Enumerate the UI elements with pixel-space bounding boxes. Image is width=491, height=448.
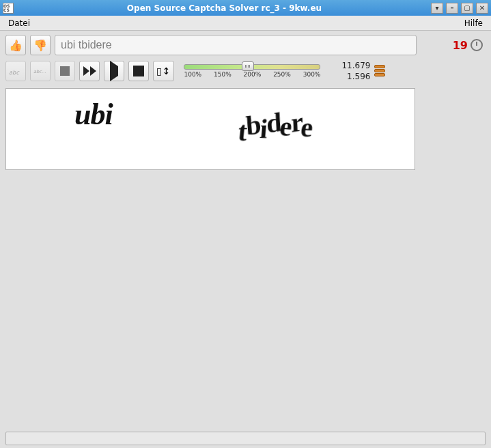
close-button[interactable]: ✕ bbox=[476, 3, 488, 14]
thumbs-up-button[interactable] bbox=[5, 35, 26, 55]
stop-icon bbox=[60, 66, 70, 76]
points-value: 11.679 bbox=[341, 61, 370, 70]
countdown: 19 bbox=[453, 39, 483, 52]
window-button[interactable]: – bbox=[446, 3, 458, 14]
captcha-word-1: ubi bbox=[74, 97, 113, 132]
svg-text:abc: abc bbox=[9, 68, 20, 75]
maximize-button[interactable]: ▢ bbox=[461, 3, 473, 14]
slider-track[interactable] bbox=[184, 64, 320, 70]
thumbs-up-icon bbox=[9, 39, 23, 52]
history-prevmore-button[interactable]: abc... bbox=[30, 61, 51, 81]
captcha-image: ubi tbidere bbox=[5, 88, 415, 170]
answer-input[interactable] bbox=[55, 35, 417, 55]
stop2-button[interactable] bbox=[128, 61, 149, 81]
slider-label: 100% bbox=[184, 71, 201, 78]
play-icon bbox=[110, 66, 118, 76]
thumbs-down-button[interactable] bbox=[30, 35, 51, 55]
menu-file[interactable]: Datei bbox=[4, 17, 34, 29]
credits-value: 1.596 bbox=[347, 72, 370, 81]
thumbs-down-icon bbox=[33, 39, 47, 52]
toolbar-bottom: abc abc... ▯↕ 100% 150% 200% 250% 300% 1… bbox=[0, 59, 491, 85]
fast-forward-icon bbox=[83, 66, 96, 76]
slider-label: 250% bbox=[273, 71, 291, 78]
play-button[interactable] bbox=[104, 61, 124, 81]
timer-icon bbox=[471, 39, 483, 51]
slider-label: 200% bbox=[244, 71, 262, 78]
window-title: Open Source Captcha Solver rc_3 - 9kw.eu bbox=[18, 3, 431, 13]
countdown-value: 19 bbox=[453, 39, 468, 52]
menubar: Datei Hilfe bbox=[0, 16, 491, 31]
history-prev-button[interactable]: abc bbox=[5, 61, 26, 81]
history-prevmore-icon: abc... bbox=[33, 67, 47, 75]
history-prev-icon: abc bbox=[9, 66, 23, 76]
svg-text:abc...: abc... bbox=[33, 69, 46, 74]
toolbar-top: 19 bbox=[0, 31, 491, 59]
minimize-button[interactable]: ▾ bbox=[431, 3, 443, 14]
titlebar: OS CS Open Source Captcha Solver rc_3 - … bbox=[0, 0, 491, 16]
slider-label: 150% bbox=[214, 71, 232, 78]
slider-thumb[interactable] bbox=[242, 61, 254, 71]
menu-help[interactable]: Hilfe bbox=[460, 17, 487, 29]
settings-button[interactable]: ▯↕ bbox=[153, 61, 174, 81]
fast-forward-button[interactable] bbox=[79, 61, 100, 81]
stop1-button[interactable] bbox=[55, 61, 75, 81]
stats-panel: 11.679 1.596 bbox=[324, 61, 389, 81]
settings-icon: ▯↕ bbox=[156, 66, 171, 76]
slider-label: 300% bbox=[303, 71, 321, 78]
zoom-slider[interactable]: 100% 150% 200% 250% 300% bbox=[184, 64, 320, 78]
statusbar bbox=[5, 432, 486, 445]
captcha-word-2: tbidere bbox=[238, 107, 313, 143]
stop-icon bbox=[133, 66, 144, 76]
app-icon: OS CS bbox=[3, 3, 14, 14]
